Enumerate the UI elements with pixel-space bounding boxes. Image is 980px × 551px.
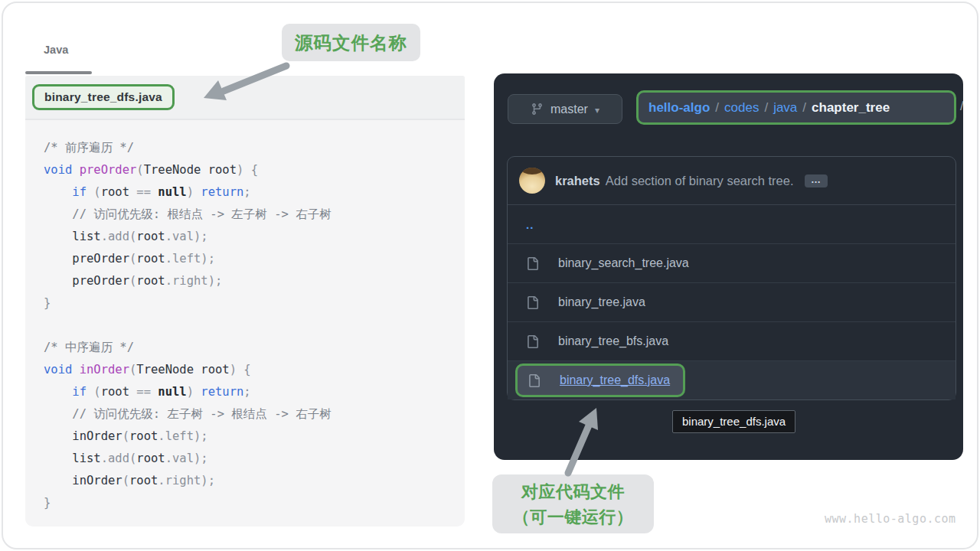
file-row[interactable]: binary_search_tree.java [508, 244, 956, 283]
file-link[interactable]: binary_search_tree.java [558, 256, 689, 270]
breadcrumb-separator: / [764, 100, 768, 115]
latest-commit-row: krahets Add section of binary search tre… [508, 157, 956, 205]
file-list-card: krahets Add section of binary search tre… [507, 156, 956, 400]
filename-tooltip: binary_tree_dfs.java [672, 410, 795, 433]
breadcrumb-codes-link[interactable]: codes [724, 100, 759, 115]
watermark: www.hello-algo.com [825, 512, 956, 526]
parent-directory-row[interactable]: .. [508, 205, 956, 244]
tab-active-indicator [25, 71, 92, 74]
commit-message-link[interactable]: Add section of binary search tree. [606, 174, 794, 188]
branch-name: master [550, 103, 588, 116]
tab-java[interactable]: Java [44, 44, 68, 56]
source-filename: binary_tree_dfs.java [44, 90, 162, 104]
file-row[interactable]: binary_tree_bfs.java [508, 322, 956, 361]
github-file-browser: master ▾ hello-algo/codes/java/chapter_t… [494, 73, 963, 460]
caret-down-icon: ▾ [595, 105, 599, 116]
file-icon [528, 374, 541, 387]
file-highlight-box: binary_tree_dfs.java [515, 364, 685, 397]
avatar[interactable] [519, 168, 545, 194]
file-link[interactable]: binary_tree_bfs.java [558, 334, 668, 348]
code-block: /* 前序遍历 */void preOrder(TreeNode root) {… [25, 120, 465, 527]
breadcrumb-separator: / [802, 100, 806, 115]
highlighted-file-link[interactable]: binary_tree_dfs.java [560, 373, 670, 387]
breadcrumb-highlight-box: hello-algo/codes/java/chapter_tree [636, 90, 956, 125]
breadcrumb-separator: / [715, 100, 719, 115]
annotation-code-file-line2: （可一键运行） [513, 504, 634, 530]
breadcrumb-java-link[interactable]: java [773, 100, 797, 115]
source-filename-highlight-box: binary_tree_dfs.java [32, 84, 175, 110]
annotation-code-file: 对应代码文件 （可一键运行） [492, 474, 654, 533]
commit-more-button[interactable]: … [805, 174, 828, 187]
branch-selector[interactable]: master ▾ [508, 94, 622, 124]
breadcrumb: hello-algo/codes/java/chapter_tree [648, 100, 890, 116]
file-link[interactable]: binary_tree.java [558, 295, 645, 309]
git-branch-icon [531, 103, 544, 116]
annotation-code-file-line1: 对应代码文件 [521, 479, 625, 504]
annotation-source-filename: 源码文件名称 [282, 24, 420, 61]
file-row[interactable]: binary_tree.java [508, 283, 956, 322]
breadcrumb-trailing-separator: / [960, 99, 963, 114]
annotation-source-filename-text: 源码文件名称 [295, 31, 407, 55]
file-icon [526, 257, 539, 270]
file-row-highlighted[interactable]: binary_tree_dfs.java [508, 361, 956, 399]
code-tab-panel: binary_tree_dfs.java /* 前序遍历 */void preO… [25, 76, 465, 528]
code-filename-header: binary_tree_dfs.java [25, 76, 465, 120]
file-icon [526, 335, 539, 348]
commit-author-link[interactable]: krahets [555, 174, 600, 188]
breadcrumb-current-dir: chapter_tree [812, 100, 890, 115]
file-icon [526, 296, 539, 309]
breadcrumb-repo-link[interactable]: hello-algo [648, 100, 710, 115]
parent-directory-link[interactable]: .. [526, 218, 534, 231]
